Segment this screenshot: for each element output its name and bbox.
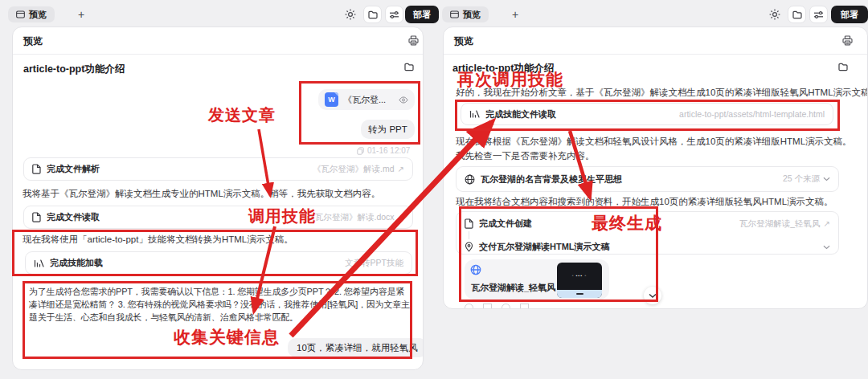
scroll-to-bottom-button[interactable] — [644, 287, 661, 304]
copy-icon — [357, 147, 364, 155]
assistant-message: 现在我将使用「article-to-ppt」技能将文档转换为HTML演示文稿。 — [23, 234, 293, 246]
action-icon[interactable] — [465, 304, 473, 309]
document-icon — [465, 218, 473, 229]
settings-button[interactable] — [385, 6, 403, 23]
skill-name: 文章转PPT技能 — [345, 258, 403, 269]
step-label: 交付瓦尔登湖解读HTML演示文稿 — [479, 241, 610, 253]
skill-file-path: article-to-ppt/assets/html-template.html — [679, 109, 825, 119]
action-icon[interactable] — [502, 304, 510, 309]
new-tab-button[interactable]: + — [78, 9, 84, 20]
result-attachment-card[interactable]: 瓦尔登湖解读_轻氧风 ◦ ▪▪▪ ◦ — [465, 259, 609, 300]
action-icon[interactable] — [520, 304, 529, 309]
step-card-file-parse[interactable]: 完成文件解析 《瓦尔登湖》解读.md↗ — [23, 157, 413, 181]
skill-bars-icon — [34, 259, 44, 268]
tune-icon — [813, 10, 824, 19]
theme-sun-icon[interactable] — [769, 9, 780, 20]
step-card-skill-file-read[interactable]: 完成技能文件读取 article-to-ppt/assets/html-temp… — [461, 103, 833, 125]
step-card-file-read[interactable]: 完成文件读取 《瓦尔登湖》解读.docx↗ — [23, 206, 413, 229]
panel-header-title: 预览 — [23, 35, 43, 48]
folder-icon — [368, 10, 378, 19]
annotation-label-invoke-again: 再次调用技能 — [457, 68, 563, 91]
tab-preview[interactable]: 预览 — [8, 6, 55, 22]
settings-button[interactable] — [809, 6, 828, 23]
open-folder-icon[interactable] — [404, 63, 414, 71]
chevron-down-icon — [649, 293, 657, 299]
pin-icon — [465, 242, 473, 252]
external-link-icon: ↗ — [824, 219, 830, 228]
panel-header-title: 预览 — [454, 35, 473, 48]
step-card-skill-load[interactable]: 完成技能加载 文章转PPT技能 — [25, 251, 412, 275]
sources-dropdown[interactable]: 25 个来源 — [783, 173, 830, 185]
step-label: 完成文件读取 — [47, 211, 100, 223]
chevron-down-icon — [823, 245, 830, 250]
globe-icon — [465, 174, 475, 185]
attachment-name: 《瓦尔登... — [343, 94, 386, 106]
tune-icon — [389, 10, 399, 19]
chevron-down-icon — [823, 177, 830, 181]
file-link[interactable]: 《瓦尔登湖》解读.md↗ — [313, 164, 404, 175]
word-doc-icon: W — [325, 92, 338, 107]
message-actions-row[interactable] — [465, 304, 529, 309]
external-link-icon: ↗ — [398, 213, 404, 222]
document-icon — [32, 212, 41, 222]
printer-icon[interactable] — [842, 35, 853, 46]
attachment-title: 瓦尔登湖解读_轻氧风 — [471, 282, 555, 294]
theme-sun-icon[interactable] — [345, 9, 356, 20]
annotation-label-final-output: 最终生成 — [592, 212, 662, 234]
message-timestamp: 01-16 12:07 — [357, 146, 410, 155]
open-folder-icon[interactable] — [838, 63, 848, 71]
timeline-connector — [469, 231, 469, 239]
user-message: 转为 PPT — [361, 120, 415, 139]
action-icon[interactable] — [483, 304, 492, 309]
search-query: 瓦尔登湖的名言背景及梭罗生平思想 — [481, 173, 622, 185]
expand-toggle[interactable] — [823, 245, 830, 250]
slide-thumbnail[interactable]: ◦ ▪▪▪ ◦ — [557, 263, 602, 298]
assistant-message: 我将基于《瓦尔登湖》解读文档生成专业的HTML演示文稿。稍等，我先获取文档内容。 — [23, 188, 380, 200]
external-link-icon: ↗ — [398, 165, 404, 173]
skill-bars-icon — [469, 109, 480, 119]
globe-badge-icon — [470, 264, 481, 275]
step-label: 完成技能加载 — [50, 257, 103, 269]
file-link[interactable]: 瓦尔登湖解读_轻氧风↗ — [739, 218, 830, 230]
printer-icon[interactable] — [408, 35, 419, 46]
step-label: 完成文件解析 — [47, 163, 100, 175]
panel-header: 预览 — [13, 27, 423, 55]
assistant-message: 现在我将根据《瓦尔登湖》解读文档和轻氧风设计风格，生成10页的紧凑详细版HTML… — [456, 135, 854, 163]
step-label: 完成文件创建 — [479, 218, 532, 230]
left-preview-panel: 预览 article-to-ppt功能介绍 W 《瓦尔登... 转为 PPT 0… — [12, 26, 424, 370]
tab-label: 预览 — [463, 9, 481, 21]
eye-icon[interactable] — [399, 96, 408, 104]
search-card[interactable]: 瓦尔登湖的名言背景及梭罗生平思想 25 个来源 — [456, 166, 839, 192]
panel-header: 预览 — [444, 27, 867, 55]
tab-preview[interactable]: 预览 — [442, 6, 489, 22]
files-button[interactable] — [788, 6, 806, 23]
conversation-title: article-to-ppt功能介绍 — [23, 63, 125, 76]
assistant-message: 为了生成符合您需求的PPT，我需要确认以下信息：1. 您期望生成多少页PPT？ … — [29, 285, 410, 324]
window-icon — [450, 10, 459, 18]
file-link[interactable]: 《瓦尔登湖》解读.docx↗ — [307, 212, 405, 223]
window-icon — [16, 10, 25, 18]
annotation-label-collect-info: 收集关键信息 — [174, 326, 280, 348]
user-message: 10页，紧凑详细，就用轻氧风 — [288, 338, 424, 357]
folder-icon — [792, 10, 802, 19]
attachment-chip[interactable]: W 《瓦尔登... — [318, 89, 415, 110]
document-icon — [32, 164, 41, 174]
annotation-label-send-article: 发送文章 — [208, 104, 276, 126]
new-tab-button[interactable]: + — [512, 9, 518, 20]
screenshot-root: 预览 + 部署 预览 article-to-ppt功能介绍 W 《瓦尔登... — [0, 0, 868, 379]
deliver-row[interactable]: 交付瓦尔登湖解读HTML演示文稿 — [465, 240, 830, 254]
files-button[interactable] — [363, 6, 382, 23]
deploy-button[interactable]: 部署 — [831, 6, 868, 23]
deploy-button[interactable]: 部署 — [405, 6, 439, 23]
assistant-message: 现在我将结合文档内容和搜索到的资料，开始生成10页的紧凑详细版轻氧风HTML演示… — [456, 196, 833, 208]
annotation-label-invoke-skill: 调用技能 — [248, 206, 316, 227]
tab-label: 预览 — [29, 9, 47, 21]
step-label: 完成技能文件读取 — [485, 108, 556, 120]
